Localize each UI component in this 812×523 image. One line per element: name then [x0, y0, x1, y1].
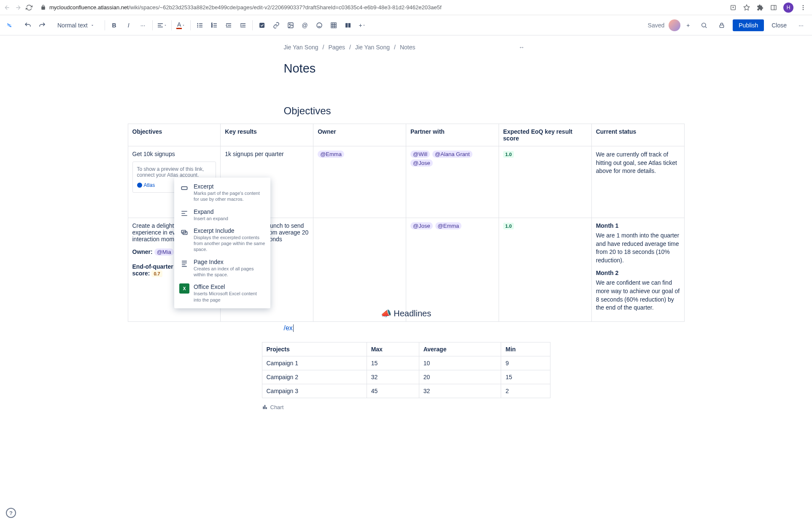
publish-button[interactable]: Publish [733, 19, 764, 31]
slash-title: Office Excel [194, 283, 265, 290]
more-formatting-button[interactable]: ··· [136, 19, 150, 32]
status-cell[interactable]: Month 1 We are 1 month into the quarter … [591, 218, 684, 322]
redo-button[interactable] [35, 19, 49, 32]
objectives-heading[interactable]: Objectives [128, 105, 685, 117]
slash-command-menu[interactable]: ExcerptMarks part of the page's content … [174, 178, 270, 308]
restrictions-button[interactable] [715, 19, 728, 32]
score-cell[interactable]: 1.0 [499, 218, 591, 322]
undo-button[interactable] [21, 19, 35, 32]
slash-item-office-excel[interactable]: X Office ExcelInserts Microsoft Excel co… [174, 280, 270, 306]
headlines-table[interactable]: Projects Max Average Min Campaign 1 15 1… [262, 342, 550, 398]
emoji-button[interactable] [313, 19, 326, 32]
breadcrumb-item[interactable]: Pages [328, 44, 345, 51]
profile-avatar[interactable]: H [783, 3, 793, 13]
bullet-list-button[interactable] [193, 19, 207, 32]
slash-item-excerpt[interactable]: ExcerptMarks part of the page's content … [174, 180, 270, 205]
table-row[interactable]: Campaign 2 32 20 15 [262, 370, 550, 384]
table-button[interactable] [327, 19, 340, 32]
extensions-icon[interactable] [756, 4, 764, 11]
slash-title: Excerpt [194, 183, 265, 190]
page-width-toggle[interactable]: ↔ [519, 44, 524, 51]
text-color-button[interactable]: A [174, 19, 188, 32]
cell[interactable]: 32 [419, 384, 501, 398]
cell[interactable]: 32 [367, 370, 419, 384]
nav-forward-icon[interactable] [14, 4, 22, 11]
table-header-row: Projects Max Average Min [262, 342, 550, 356]
bold-button[interactable]: B [108, 19, 121, 32]
table-row[interactable]: Campaign 1 15 10 9 [262, 356, 550, 370]
install-app-icon[interactable] [729, 4, 737, 11]
close-button[interactable]: Close [768, 19, 790, 31]
chart-macro-hint[interactable]: Chart [262, 404, 550, 410]
score-cell[interactable]: 1.0 [499, 146, 591, 218]
partner-cell[interactable]: @Jose @Emma [406, 218, 499, 322]
table-row[interactable]: Campaign 3 45 32 2 [262, 384, 550, 398]
insert-button[interactable]: + [356, 19, 369, 32]
italic-button[interactable]: I [122, 19, 135, 32]
text-style-select[interactable]: Normal text [53, 19, 99, 32]
url-bar[interactable]: mycloudconfluence.atlassian.net/wiki/spa… [36, 4, 726, 11]
numbered-list-button[interactable]: 123 [208, 19, 221, 32]
cell[interactable]: 9 [501, 356, 550, 370]
mention-chip[interactable]: @Emma [435, 222, 462, 229]
slash-item-expand[interactable]: ExpandInsert an expand [174, 205, 270, 224]
status-text: We are confident we can find more way to… [596, 279, 680, 312]
browser-chrome: mycloudconfluence.atlassian.net/wiki/spa… [0, 0, 812, 15]
slash-item-page-index[interactable]: Page IndexCreates an index of all pages … [174, 256, 270, 281]
mention-chip[interactable]: @Mia [154, 248, 174, 256]
cell[interactable]: 15 [501, 370, 550, 384]
svg-rect-1 [771, 5, 776, 10]
breadcrumb-item[interactable]: Notes [400, 44, 415, 51]
objective-text[interactable]: Get 10k signups [132, 151, 216, 157]
mention-chip[interactable]: @Jose [410, 159, 433, 167]
mention-chip[interactable]: @Emma [318, 151, 344, 158]
outdent-button[interactable] [222, 19, 235, 32]
svg-point-18 [702, 23, 706, 27]
editor-avatar[interactable] [669, 19, 680, 31]
cell[interactable]: 45 [367, 384, 419, 398]
action-item-button[interactable] [255, 19, 269, 32]
breadcrumb-item[interactable]: Jie Yan Song [355, 44, 390, 51]
cell[interactable]: 15 [367, 356, 419, 370]
mention-button[interactable]: @ [298, 19, 312, 32]
slash-desc: Insert an expand [194, 216, 265, 221]
mention-chip[interactable]: @Jose [410, 222, 433, 229]
find-replace-button[interactable] [697, 19, 711, 32]
col-header: Max [367, 342, 419, 356]
slash-input-line[interactable]: /ex [128, 324, 685, 332]
cell[interactable]: Campaign 3 [262, 384, 367, 398]
slash-item-excerpt-include[interactable]: Excerpt IncludeDisplays the excerpted co… [174, 224, 270, 256]
side-panel-icon[interactable] [770, 4, 777, 11]
cell[interactable]: 20 [419, 370, 501, 384]
owner-cell[interactable] [313, 218, 406, 322]
excerpt-icon [179, 183, 189, 193]
layouts-button[interactable] [341, 19, 355, 32]
more-actions-button[interactable]: ··· [794, 19, 808, 32]
indent-button[interactable] [236, 19, 250, 32]
cell[interactable]: Campaign 1 [262, 356, 367, 370]
partner-cell[interactable]: @Will @Alana Grant @Jose [406, 146, 499, 218]
cell[interactable]: 2 [501, 384, 550, 398]
status-cell[interactable]: We are currently off track of hitting ou… [591, 146, 684, 218]
bookmark-star-icon[interactable] [743, 4, 750, 11]
svg-text:3: 3 [211, 26, 213, 28]
owner-cell[interactable]: @Emma [313, 146, 406, 218]
chart-icon [262, 404, 268, 410]
invite-button[interactable]: + [683, 20, 693, 30]
nav-back-icon[interactable] [3, 4, 11, 11]
cell[interactable]: 10 [419, 356, 501, 370]
browser-menu-icon[interactable] [799, 4, 807, 11]
confluence-logo-icon[interactable] [4, 20, 14, 30]
page-title[interactable]: Notes [128, 62, 685, 75]
col-header: Average [419, 342, 501, 356]
cell[interactable]: Campaign 2 [262, 370, 367, 384]
image-button[interactable] [284, 19, 297, 32]
score-badge: 1.0 [503, 151, 514, 158]
mention-chip[interactable]: @Will [410, 151, 430, 158]
breadcrumb-item[interactable]: Jie Yan Song [284, 44, 318, 51]
svg-point-4 [803, 9, 804, 10]
link-button[interactable] [270, 19, 283, 32]
mention-chip[interactable]: @Alana Grant [432, 151, 472, 158]
align-button[interactable] [155, 19, 169, 32]
nav-reload-icon[interactable] [25, 4, 33, 11]
